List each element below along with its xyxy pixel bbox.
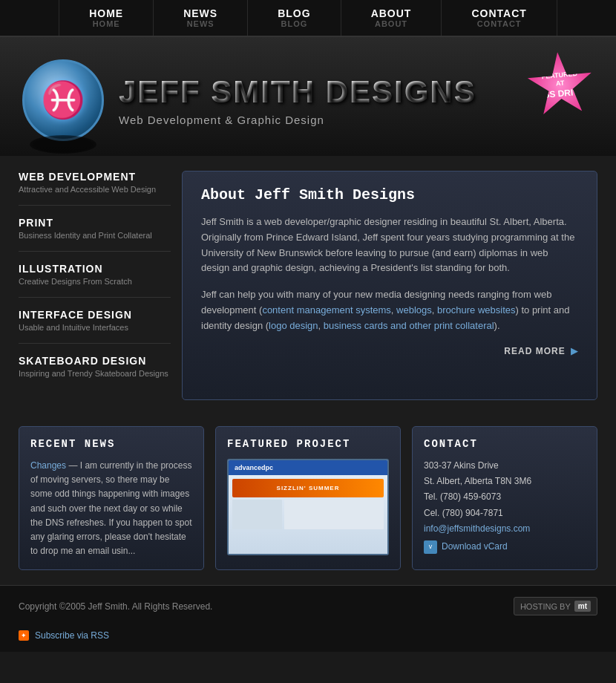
nav-home-label: HOME	[89, 7, 123, 19]
contact-address2: St. Albert, Alberta T8N 3M6	[424, 474, 586, 488]
sidebar-web-dev-desc: Attractive and Accessible Web Design	[19, 185, 171, 194]
recent-news-title: RECENT NEWS	[30, 438, 192, 450]
site-title: JEFF SMITH DESIGNS	[119, 74, 594, 110]
navigation: HOME HOME NEWS NEWS BLOG BLOG ABOUT ABOU…	[0, 0, 616, 37]
rss-icon: ✦	[19, 630, 29, 641]
header-text-block: JEFF SMITH DESIGNS Web Development & Gra…	[119, 74, 594, 126]
pisces-icon: ♓	[41, 79, 85, 121]
about-link-cms[interactable]: content management systems	[262, 304, 390, 316]
main-content: WEB DEVELOPMENT Attractive and Accessibl…	[0, 156, 616, 415]
sidebar-web-dev[interactable]: WEB DEVELOPMENT Attractive and Accessibl…	[19, 171, 171, 206]
nav-home[interactable]: HOME HOME	[59, 0, 154, 36]
nav-about-label: ABOUT	[371, 7, 412, 19]
sidebar-web-dev-title[interactable]: WEB DEVELOPMENT	[19, 171, 171, 183]
news-body-text: — I am currently in the process of movin…	[30, 460, 191, 556]
nav-blog-label: BLOG	[278, 7, 310, 19]
bottom-panels: RECENT NEWS Changes — I am currently in …	[0, 415, 616, 585]
footer-sub: ✦ Subscribe via RSS	[0, 627, 616, 652]
sidebar-print-desc: Business Identity and Print Collateral	[19, 231, 171, 240]
read-more-row: READ MORE ▶	[201, 345, 578, 356]
nav-home-shadow: HOME	[93, 19, 120, 28]
nav-news[interactable]: NEWS NEWS	[154, 0, 248, 36]
hosting-block: HOSTING BY mt	[514, 597, 597, 615]
read-more-link[interactable]: READ MORE ▶	[504, 346, 578, 356]
site-logo: ♓	[22, 59, 104, 141]
contact-tel: Tel. (780) 459-6073	[424, 490, 586, 504]
about-link-weblogs[interactable]: weblogs	[396, 304, 432, 316]
about-box: About Jeff Smith Designs Jeff Smith is a…	[182, 171, 597, 400]
nav-news-shadow: NEWS	[187, 19, 214, 28]
vcard-icon: v	[424, 540, 437, 554]
vcard-row: v Download vCard	[424, 540, 586, 554]
sidebar-interface-title[interactable]: INTERFACE DESIGN	[19, 309, 171, 321]
hosting-label: HOSTING BY	[520, 602, 571, 611]
nav-about-shadow: ABOUT	[375, 19, 407, 28]
thumb-col-left	[232, 500, 282, 529]
thumb-banner: SIZZLIN' SUMMER	[232, 479, 384, 497]
sidebar-skateboard-desc: Inspiring and Trendy Skateboard Designs	[19, 369, 171, 378]
recent-news-panel: RECENT NEWS Changes — I am currently in …	[19, 426, 204, 570]
hosting-logo: mt	[574, 601, 591, 612]
featured-thumb-inner: advancedpc SIZZLIN' SUMMER	[229, 460, 387, 554]
about-para-1: Jeff Smith is a web developer/graphic de…	[201, 215, 578, 276]
site-subtitle: Web Development & Graphic Design	[119, 114, 594, 126]
news-changes-link[interactable]: Changes	[30, 460, 66, 471]
sidebar-illustration[interactable]: ILLUSTRATION Creative Designs From Scrat…	[19, 263, 171, 298]
contact-title: CONTACT	[424, 438, 586, 450]
contact-email-link[interactable]: info@jeffsmithdesigns.com	[424, 523, 530, 534]
read-more-arrow-icon: ▶	[568, 346, 578, 356]
featured-thumbnail[interactable]: advancedpc SIZZLIN' SUMMER	[227, 459, 389, 555]
featured-project-panel: FEATURED PROJECT advancedpc SIZZLIN' SUM…	[215, 426, 401, 570]
copyright-text: Copyright ©2005 Jeff Smith. All Rights R…	[19, 601, 212, 612]
sidebar-interface[interactable]: INTERFACE DESIGN Usable and Intuitive In…	[19, 309, 171, 344]
sidebar-illustration-desc: Creative Designs From Scratch	[19, 277, 171, 286]
contact-content: 303-37 Akins Drive St. Albert, Alberta T…	[424, 459, 586, 554]
footer: Copyright ©2005 Jeff Smith. All Rights R…	[0, 585, 616, 627]
nav-contact-label: CONTACT	[471, 7, 526, 19]
sidebar-skateboard[interactable]: SKATEBOARD DESIGN Inspiring and Trendy S…	[19, 355, 171, 389]
site-header: ♓ JEFF SMITH DESIGNS Web Development & G…	[0, 37, 616, 156]
nav-contact-shadow: CONTACT	[477, 19, 522, 28]
sidebar: WEB DEVELOPMENT Attractive and Accessibl…	[19, 171, 182, 400]
about-link-logo[interactable]: logo design	[269, 320, 318, 331]
sidebar-interface-desc: Usable and Intuitive Interfaces	[19, 323, 171, 332]
thumb-col-main	[284, 500, 384, 529]
about-title: About Jeff Smith Designs	[201, 186, 578, 203]
about-para-2: Jeff can help you with many of your new …	[201, 287, 578, 333]
contact-address1: 303-37 Akins Drive	[424, 459, 586, 473]
about-link-cards[interactable]: business cards and other print collatera…	[324, 320, 494, 331]
thumb-body: SIZZLIN' SUMMER	[229, 475, 387, 533]
nav-blog[interactable]: BLOG BLOG	[248, 0, 341, 36]
sidebar-skateboard-title[interactable]: SKATEBOARD DESIGN	[19, 355, 171, 367]
thumb-header: advancedpc	[229, 460, 387, 475]
contact-cel: Cel. (780) 904-7871	[424, 506, 586, 520]
vcard-download-link[interactable]: Download vCard	[442, 540, 508, 554]
sidebar-print-title[interactable]: PRINT	[19, 217, 171, 229]
sidebar-print[interactable]: PRINT Business Identity and Print Collat…	[19, 217, 171, 252]
nav-about[interactable]: ABOUT ABOUT	[341, 0, 442, 36]
thumb-logo-text: advancedpc	[235, 464, 273, 471]
featured-project-title: FEATURED PROJECT	[227, 438, 389, 450]
thumb-content-row	[232, 500, 384, 529]
nav-blog-shadow: BLOG	[281, 19, 308, 28]
recent-news-content: Changes — I am currently in the process …	[30, 459, 192, 558]
contact-panel: CONTACT 303-37 Akins Drive St. Albert, A…	[412, 426, 597, 570]
rss-subscribe-link[interactable]: Subscribe via RSS	[35, 630, 109, 641]
nav-news-label: NEWS	[183, 7, 217, 19]
about-link-brochure[interactable]: brochure websites	[437, 304, 516, 316]
sidebar-illustration-title[interactable]: ILLUSTRATION	[19, 263, 171, 275]
nav-contact[interactable]: CONTACT CONTACT	[442, 0, 557, 36]
